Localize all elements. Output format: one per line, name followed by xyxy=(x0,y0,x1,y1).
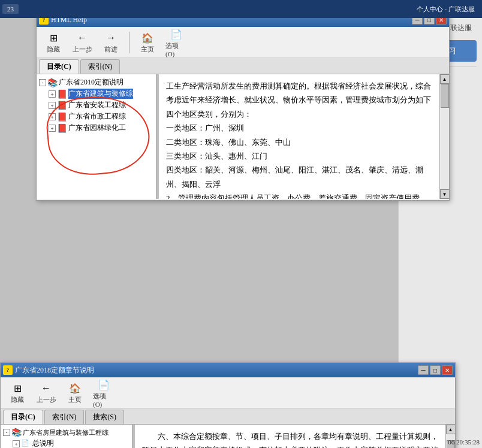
forward-btn-1[interactable]: → 前进 xyxy=(99,29,123,55)
hide-btn-1[interactable]: ⊞ 隐藏 xyxy=(41,29,65,55)
scroll-up-btn-2[interactable]: ▲ xyxy=(446,425,456,434)
home-icon-1: 🏠 xyxy=(140,31,155,45)
tree-panel-1: - 📚 广东省2010定额说明 + 📕 广东省建筑与装修综 + 📕 广东省安装工… xyxy=(37,74,156,199)
tree2-item-0[interactable]: + 📄 总说明 xyxy=(13,438,129,448)
tab-index-2[interactable]: 索引(N) xyxy=(44,410,85,424)
book-icon-0: 📕 xyxy=(57,89,67,99)
close-btn-2[interactable]: ✕ xyxy=(442,365,453,375)
tab-search-2[interactable]: 搜索(S) xyxy=(85,410,124,424)
home-btn-1[interactable]: 🏠 主页 xyxy=(135,29,159,55)
tree-expand-root-2[interactable]: - xyxy=(3,429,10,436)
system-clock: 06 20:35:28 xyxy=(448,438,480,446)
tree-label-root-1: 广东省2010定额说明 xyxy=(59,77,123,87)
scrollbar-v-1[interactable]: ▲ ▼ xyxy=(439,74,449,199)
tree-expand-2[interactable]: + xyxy=(49,113,56,120)
tree-expand-root-1[interactable]: - xyxy=(39,79,46,86)
tree-label-3: 广东省园林绿化工 xyxy=(68,123,126,133)
tree-children-2: + 📄 总说明 + 📕 第一部分 分部分项工程项 + 📕 第二部分 措施项目 +… xyxy=(3,438,129,448)
toolbar-divider-1 xyxy=(129,32,129,53)
tree-expand-3[interactable]: + xyxy=(49,125,56,132)
section6-text: 六、本综合定额按章、节、项目、子目排列，各章均有章说明、工程量计算规则，项目由工… xyxy=(142,429,438,448)
hide-icon-1: ⊞ xyxy=(46,31,61,45)
window-htmlhelp-2: ? 广东省2018定额章节说明 ─ □ ✕ ⊞ 隐藏 ← 上一步 🏠 主页 📄 … xyxy=(0,362,456,448)
tab-contents-2[interactable]: 目录(C) xyxy=(3,410,43,424)
tree2-label-0: 总说明 xyxy=(32,438,54,448)
content-panel-2: 六、本综合定额按章、节、项目、子目排列，各章均有章说明、工程量计算规则，项目由工… xyxy=(135,425,445,448)
home-icon-2: 🏠 xyxy=(68,381,82,395)
tab-contents-1[interactable]: 目录(C) xyxy=(39,59,79,74)
tree-item-0[interactable]: + 📕 广东省建筑与装修综 xyxy=(49,88,153,99)
toolbar-1: ⊞ 隐藏 ← 上一步 → 前进 🏠 主页 📄 选项(O) xyxy=(37,27,449,58)
tree-panel-2: - 📚 广东省房屋建筑与装修工程综 + 📄 总说明 + 📕 第一部分 分部分项工… xyxy=(1,425,132,448)
maximize-btn-2[interactable]: □ xyxy=(430,365,441,375)
toolbar-2: ⊞ 隐藏 ← 上一步 🏠 主页 📄 选项(O) xyxy=(1,377,455,408)
book-icon-root-2: 📚 xyxy=(11,428,21,437)
main-area-1: - 📚 广东省2010定额说明 + 📕 广东省建筑与装修综 + 📕 广东省安装工… xyxy=(37,74,449,199)
home-btn-2[interactable]: 🏠 主页 xyxy=(63,380,87,405)
book-icon-2: 📕 xyxy=(57,112,67,122)
options-icon-2: 📄 xyxy=(97,377,111,392)
window-title-2: 广东省2018定额章节说明 xyxy=(15,365,418,376)
tree-item-3[interactable]: + 📕 广东省园林绿化工 xyxy=(49,122,153,134)
app-icon-2: ? xyxy=(3,365,13,375)
minimize-btn-2[interactable]: ─ xyxy=(418,365,429,375)
tree-expand-1[interactable]: + xyxy=(49,102,56,109)
tree-label-0: 广东省建筑与装修综 xyxy=(68,89,133,99)
tabs-bar-2: 目录(C) 索引(N) 搜索(S) xyxy=(1,408,455,425)
tree-label-1: 广东省安装工程综 xyxy=(68,100,126,110)
tree-expand-0[interactable]: + xyxy=(49,90,56,98)
back-btn-1[interactable]: ← 上一步 xyxy=(70,29,94,55)
scroll-track-1[interactable] xyxy=(440,84,449,189)
hide-icon-2: ⊞ xyxy=(10,381,25,395)
tab-index-1[interactable]: 索引(N) xyxy=(80,59,120,74)
tabs-bar-1: 目录(C) 索引(N) xyxy=(37,58,449,74)
taskbar-user: 个人中心 - 广联达服 xyxy=(417,5,475,14)
page-icon-0: 📄 xyxy=(21,439,31,449)
scroll-down-btn-1[interactable]: ▼ xyxy=(440,189,450,199)
options-icon-1: 📄 xyxy=(169,27,183,41)
main-area-2: - 📚 广东省房屋建筑与装修工程综 + 📄 总说明 + 📕 第一部分 分部分项工… xyxy=(1,425,455,448)
book-icon-1: 📕 xyxy=(57,101,67,110)
tree-item-2[interactable]: + 📕 广东省市政工程综 xyxy=(49,111,153,122)
scroll-up-btn-1[interactable]: ▲ xyxy=(440,74,450,84)
content-text-1: 工生产经营活动所发生的费用测算确定的。根据我省经济社会发展状况，综合考虑近年来经… xyxy=(166,79,432,199)
tree-label-root-2: 广东省房屋建筑与装修工程综 xyxy=(23,428,109,437)
back-icon-1: ← xyxy=(75,31,89,45)
options-btn-1[interactable]: 📄 选项(O) xyxy=(164,26,188,59)
forward-icon-1: → xyxy=(104,31,118,45)
tree2-expand-0[interactable]: + xyxy=(13,440,20,447)
scroll-thumb-1[interactable] xyxy=(441,84,449,108)
tree-root-2[interactable]: - 📚 广东省房屋建筑与装修工程综 xyxy=(3,427,129,438)
tree-root-1[interactable]: - 📚 广东省2010定额说明 xyxy=(39,77,153,88)
taskbar-item-time[interactable]: 23 xyxy=(2,4,19,14)
tree-item-1[interactable]: + 📕 广东省安装工程综 xyxy=(49,99,153,111)
tree-children-1: + 📕 广东省建筑与装修综 + 📕 广东省安装工程综 + 📕 广东省市政工程综 … xyxy=(39,88,153,134)
titlebar-2[interactable]: ? 广东省2018定额章节说明 ─ □ ✕ xyxy=(1,363,455,377)
tree-label-2: 广东省市政工程综 xyxy=(68,111,126,122)
options-btn-2[interactable]: 📄 选项(O) xyxy=(92,376,116,409)
book-icon-3: 📕 xyxy=(57,123,67,133)
taskbar: 23 个人中心 - 广联达服 xyxy=(0,0,482,18)
window-htmlhelp-1: ? HTML Help ─ □ ✕ ⊞ 隐藏 ← 上一步 → 前进 🏠 主页 📄… xyxy=(36,12,450,201)
back-btn-2[interactable]: ← 上一步 xyxy=(34,380,58,405)
content-panel-1: 工生产经营活动所发生的费用测算确定的。根据我省经济社会发展状况，综合考虑近年来经… xyxy=(159,74,439,199)
book-icon-root-1: 📚 xyxy=(47,78,57,87)
hide-btn-2[interactable]: ⊞ 隐藏 xyxy=(5,380,29,405)
back-icon-2: ← xyxy=(39,381,53,395)
window-controls-2: ─ □ ✕ xyxy=(418,365,453,375)
